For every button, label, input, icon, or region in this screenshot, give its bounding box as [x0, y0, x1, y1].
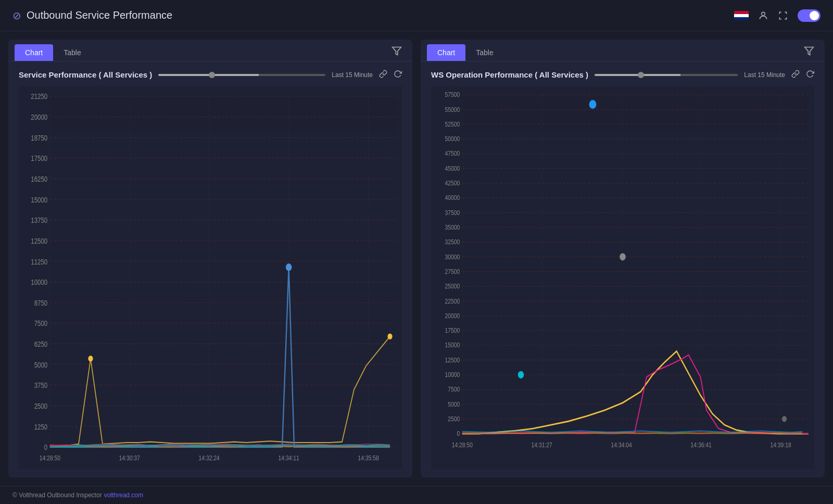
- svg-text:16250: 16250: [31, 175, 47, 183]
- svg-marker-52: [805, 47, 814, 55]
- svg-text:20000: 20000: [31, 113, 47, 121]
- right-chart-container: 57500 55000 52500 50000 47500 45000 4250…: [431, 86, 814, 469]
- svg-text:32500: 32500: [445, 238, 460, 245]
- right-tab-table[interactable]: Table: [465, 44, 503, 61]
- svg-text:47500: 47500: [445, 149, 460, 157]
- svg-text:20000: 20000: [445, 312, 460, 319]
- right-chart-slider[interactable]: [595, 74, 738, 76]
- right-filter-icon[interactable]: [800, 44, 818, 61]
- svg-text:14:34:04: 14:34:04: [611, 440, 633, 448]
- svg-point-50: [88, 356, 93, 361]
- right-chart-header: WS Operation Performance ( All Services …: [431, 70, 814, 80]
- left-chart-slider[interactable]: [158, 74, 325, 76]
- svg-point-51: [387, 334, 392, 339]
- svg-text:14:36:41: 14:36:41: [691, 440, 712, 448]
- svg-text:0: 0: [457, 430, 460, 437]
- footer: © Volthread Outbound Inspector volthread…: [0, 486, 833, 504]
- svg-text:12500: 12500: [31, 237, 47, 245]
- svg-text:45000: 45000: [445, 165, 460, 172]
- left-panel: Chart Table Service Performance ( All Se…: [8, 40, 412, 477]
- right-chart-title: WS Operation Performance ( All Services …: [431, 70, 588, 79]
- left-refresh-icon[interactable]: [394, 70, 402, 80]
- left-filter-icon[interactable]: [387, 44, 406, 61]
- svg-text:57500: 57500: [445, 91, 460, 98]
- left-tab-chart[interactable]: Chart: [15, 44, 53, 61]
- svg-point-114: [518, 371, 524, 379]
- svg-text:25000: 25000: [445, 282, 460, 289]
- svg-text:27500: 27500: [445, 268, 460, 275]
- svg-marker-1: [393, 47, 401, 55]
- left-time-label: Last 15 Minute: [332, 71, 373, 79]
- svg-point-112: [589, 100, 597, 109]
- svg-rect-53: [431, 86, 814, 469]
- svg-text:13750: 13750: [31, 216, 47, 224]
- svg-text:35000: 35000: [445, 223, 460, 231]
- left-tab-table[interactable]: Table: [53, 44, 91, 61]
- right-panel: Chart Table WS Operation Performance ( A…: [421, 40, 825, 477]
- header-right: [734, 9, 821, 22]
- svg-text:14:35:58: 14:35:58: [358, 454, 378, 461]
- main-content: Chart Table Service Performance ( All Se…: [0, 31, 833, 486]
- svg-text:14:31:27: 14:31:27: [532, 440, 552, 448]
- svg-text:14:32:24: 14:32:24: [199, 454, 220, 461]
- svg-text:14:39:18: 14:39:18: [770, 440, 791, 448]
- svg-text:18750: 18750: [31, 134, 47, 142]
- svg-text:6250: 6250: [34, 340, 48, 348]
- svg-text:52500: 52500: [445, 120, 460, 128]
- right-tab-bar: Chart Table: [421, 40, 825, 61]
- app-title: Outbound Service Performance: [27, 9, 172, 21]
- svg-text:10000: 10000: [445, 371, 460, 378]
- svg-text:14:28:50: 14:28:50: [40, 454, 60, 461]
- svg-text:7500: 7500: [448, 385, 460, 393]
- svg-text:30000: 30000: [445, 253, 460, 260]
- right-time-label: Last 15 Minute: [744, 71, 785, 79]
- left-chart-container: 21250 20000 18750 17500 16250 15000 1375…: [19, 86, 402, 469]
- user-icon[interactable]: [758, 10, 768, 21]
- svg-text:15000: 15000: [31, 195, 47, 204]
- svg-text:22500: 22500: [445, 297, 460, 304]
- right-link-icon[interactable]: [791, 70, 800, 80]
- svg-rect-2: [19, 86, 402, 469]
- svg-text:17500: 17500: [31, 154, 47, 162]
- left-chart-area: Service Performance ( All Services ) Las…: [8, 61, 412, 477]
- svg-point-49: [286, 263, 292, 271]
- svg-text:2500: 2500: [448, 415, 460, 422]
- svg-text:14:30:37: 14:30:37: [119, 454, 140, 461]
- svg-text:42500: 42500: [445, 179, 460, 186]
- svg-text:37500: 37500: [445, 209, 460, 216]
- svg-text:50000: 50000: [445, 135, 460, 142]
- svg-text:2500: 2500: [34, 402, 48, 410]
- svg-text:7500: 7500: [34, 319, 48, 327]
- left-tab-bar: Chart Table: [8, 40, 412, 61]
- svg-text:15000: 15000: [445, 341, 460, 348]
- left-chart-title: Service Performance ( All Services ): [19, 70, 152, 79]
- svg-text:55000: 55000: [445, 105, 460, 112]
- svg-text:40000: 40000: [445, 194, 460, 201]
- svg-text:12500: 12500: [445, 356, 460, 363]
- svg-point-113: [620, 253, 626, 260]
- svg-text:14:34:11: 14:34:11: [279, 454, 299, 461]
- header-left: ⊘ Outbound Service Performance: [12, 9, 172, 22]
- theme-toggle[interactable]: [798, 9, 821, 22]
- svg-text:5000: 5000: [34, 361, 48, 369]
- footer-link[interactable]: volthread.com: [104, 492, 143, 499]
- expand-icon[interactable]: [778, 10, 788, 21]
- svg-text:0: 0: [44, 443, 47, 451]
- svg-point-0: [762, 12, 765, 16]
- svg-text:11250: 11250: [31, 257, 47, 266]
- svg-text:10000: 10000: [31, 278, 47, 286]
- svg-text:21250: 21250: [31, 92, 47, 100]
- svg-text:14:28:50: 14:28:50: [452, 440, 473, 448]
- left-chart-header: Service Performance ( All Services ) Las…: [19, 70, 402, 80]
- svg-text:8750: 8750: [34, 299, 48, 307]
- svg-point-115: [782, 416, 787, 422]
- app-logo-icon: ⊘: [12, 9, 21, 22]
- left-link-icon[interactable]: [379, 70, 387, 80]
- left-chart-svg: 21250 20000 18750 17500 16250 15000 1375…: [19, 86, 402, 469]
- flag-icon: [734, 11, 749, 20]
- right-chart-svg: 57500 55000 52500 50000 47500 45000 4250…: [431, 86, 814, 469]
- svg-text:17500: 17500: [445, 326, 460, 334]
- right-refresh-icon[interactable]: [806, 70, 814, 80]
- app-header: ⊘ Outbound Service Performance: [0, 0, 833, 31]
- right-tab-chart[interactable]: Chart: [427, 44, 465, 61]
